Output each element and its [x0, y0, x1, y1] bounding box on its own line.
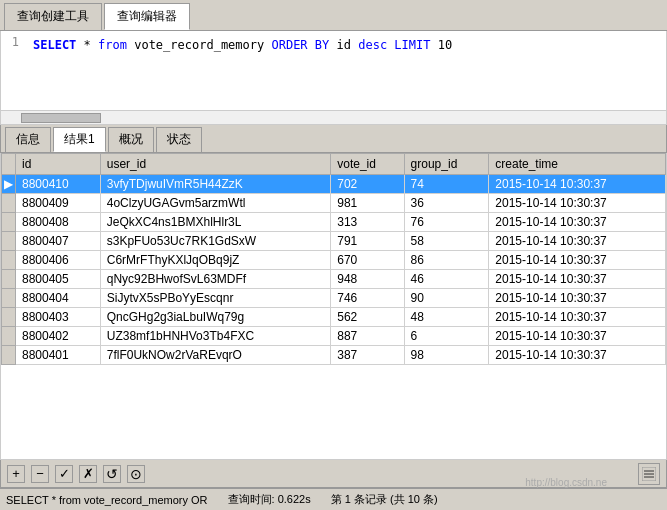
cell-vote-id: 670 [331, 251, 404, 270]
cell-id: 8800408 [16, 213, 101, 232]
row-indicator [2, 232, 16, 251]
cell-create-time: 2015-10-14 10:30:37 [489, 194, 666, 213]
status-time: 查询时间: 0.622s [228, 492, 311, 507]
tab-overview[interactable]: 概况 [108, 127, 154, 152]
time-label: 查询时间: [228, 493, 275, 505]
table-row[interactable]: 88004094oClzyUGAGvm5arzmWtl981362015-10-… [2, 194, 666, 213]
cell-group-id: 90 [404, 289, 489, 308]
cell-create-time: 2015-10-14 10:30:37 [489, 213, 666, 232]
table-row[interactable]: 8800403QncGHg2g3iaLbuIWq79g562482015-10-… [2, 308, 666, 327]
h-scrollbar[interactable] [0, 111, 667, 125]
table-row[interactable]: ▶88004103vfyTDjwuIVmR5H44ZzK702742015-10… [2, 175, 666, 194]
cell-create-time: 2015-10-14 10:30:37 [489, 251, 666, 270]
cell-user-id: JeQkXC4ns1BMXhlHlr3L [100, 213, 330, 232]
cell-vote-id: 387 [331, 346, 404, 365]
settings-button[interactable]: ⊙ [127, 465, 145, 483]
col-create-time: create_time [489, 154, 666, 175]
table-scroll[interactable]: id user_id vote_id group_id create_time … [1, 153, 666, 459]
row-indicator [2, 289, 16, 308]
refresh-button[interactable]: ↺ [103, 465, 121, 483]
cell-id: 8800409 [16, 194, 101, 213]
row-indicator [2, 251, 16, 270]
cell-user-id: 4oClzyUGAGvm5arzmWtl [100, 194, 330, 213]
tab-query-editor[interactable]: 查询编辑器 [104, 3, 190, 30]
cell-group-id: 48 [404, 308, 489, 327]
code-line-1: SELECT * from vote_record_memory ORDER B… [33, 35, 660, 55]
row-indicator [2, 194, 16, 213]
row-indicator [2, 270, 16, 289]
cell-user-id: qNyc92BHwofSvL63MDFf [100, 270, 330, 289]
cell-user-id: 3vfyTDjwuIVmR5H44ZzK [100, 175, 330, 194]
cell-id: 8800403 [16, 308, 101, 327]
line-numbers: 1 [1, 35, 23, 49]
export-icon [642, 467, 656, 481]
status-sql: SELECT * from vote_record_memory OR [6, 494, 208, 506]
tab-results[interactable]: 结果1 [53, 127, 106, 152]
cell-group-id: 58 [404, 232, 489, 251]
results-area: id user_id vote_id group_id create_time … [0, 153, 667, 460]
export-button[interactable] [638, 463, 660, 485]
code-star: * [84, 38, 98, 52]
cell-user-id: SiJytvX5sPBoYyEscqnr [100, 289, 330, 308]
cancel-button[interactable]: ✗ [79, 465, 97, 483]
table-row[interactable]: 8800402UZ38mf1bHNHVo3Tb4FXC88762015-10-1… [2, 327, 666, 346]
cell-group-id: 76 [404, 213, 489, 232]
cell-group-id: 36 [404, 194, 489, 213]
watermark: http://blog.csdn.ne [525, 477, 607, 488]
col-id: id [16, 154, 101, 175]
cell-user-id: s3KpFUo53Uc7RK1GdSxW [100, 232, 330, 251]
time-value: 0.622s [278, 493, 311, 505]
cell-id: 8800410 [16, 175, 101, 194]
kw-from: from [98, 38, 127, 52]
cell-vote-id: 887 [331, 327, 404, 346]
status-bar: SELECT * from vote_record_memory OR 查询时间… [0, 488, 667, 510]
cell-id: 8800401 [16, 346, 101, 365]
table-row[interactable]: 8800407s3KpFUo53Uc7RK1GdSxW791582015-10-… [2, 232, 666, 251]
code-content: SELECT * from vote_record_memory ORDER B… [33, 35, 660, 55]
delete-button[interactable]: − [31, 465, 49, 483]
kw-by: BY [315, 38, 329, 52]
cell-create-time: 2015-10-14 10:30:37 [489, 175, 666, 194]
cell-group-id: 6 [404, 327, 489, 346]
col-vote-id: vote_id [331, 154, 404, 175]
cell-group-id: 46 [404, 270, 489, 289]
kw-order: ORDER [271, 38, 307, 52]
cell-group-id: 86 [404, 251, 489, 270]
results-table: id user_id vote_id group_id create_time … [1, 153, 666, 365]
cell-user-id: C6rMrFThyKXlJqOBq9jZ [100, 251, 330, 270]
tab-info[interactable]: 信息 [5, 127, 51, 152]
main-container: 查询创建工具 查询编辑器 1 SELECT * from vote_record… [0, 0, 667, 510]
tab-status[interactable]: 状态 [156, 127, 202, 152]
row-indicator [2, 308, 16, 327]
table-row[interactable]: 8800408JeQkXC4ns1BMXhlHlr3L313762015-10-… [2, 213, 666, 232]
table-row[interactable]: 8800406C6rMrFThyKXlJqOBq9jZ670862015-10-… [2, 251, 666, 270]
row-indicator [2, 327, 16, 346]
cell-user-id: QncGHg2g3iaLbuIWq79g [100, 308, 330, 327]
kw-select: SELECT [33, 38, 76, 52]
cell-id: 8800404 [16, 289, 101, 308]
cell-vote-id: 313 [331, 213, 404, 232]
cell-group-id: 74 [404, 175, 489, 194]
tab-query-builder[interactable]: 查询创建工具 [4, 3, 102, 30]
cell-id: 8800405 [16, 270, 101, 289]
table-row[interactable]: 8800405qNyc92BHwofSvL63MDFf948462015-10-… [2, 270, 666, 289]
col-user-id: user_id [100, 154, 330, 175]
add-button[interactable]: + [7, 465, 25, 483]
cell-create-time: 2015-10-14 10:30:37 [489, 270, 666, 289]
cell-create-time: 2015-10-14 10:30:37 [489, 232, 666, 251]
row-indicator [2, 346, 16, 365]
bottom-tab-bar: 信息 结果1 概况 状态 [0, 125, 667, 153]
table-row[interactable]: 88004017flF0UkNOw2rVaREvqrO387982015-10-… [2, 346, 666, 365]
cell-create-time: 2015-10-14 10:30:37 [489, 346, 666, 365]
row-indicator [2, 213, 16, 232]
col-group-id: group_id [404, 154, 489, 175]
cell-id: 8800402 [16, 327, 101, 346]
confirm-button[interactable]: ✓ [55, 465, 73, 483]
h-scrollbar-thumb[interactable] [21, 113, 101, 123]
cell-create-time: 2015-10-14 10:30:37 [489, 327, 666, 346]
table-row[interactable]: 8800404SiJytvX5sPBoYyEscqnr746902015-10-… [2, 289, 666, 308]
editor-area[interactable]: 1 SELECT * from vote_record_memory ORDER… [0, 31, 667, 111]
row-indicator: ▶ [2, 175, 16, 194]
code-num: 10 [438, 38, 452, 52]
cell-vote-id: 562 [331, 308, 404, 327]
